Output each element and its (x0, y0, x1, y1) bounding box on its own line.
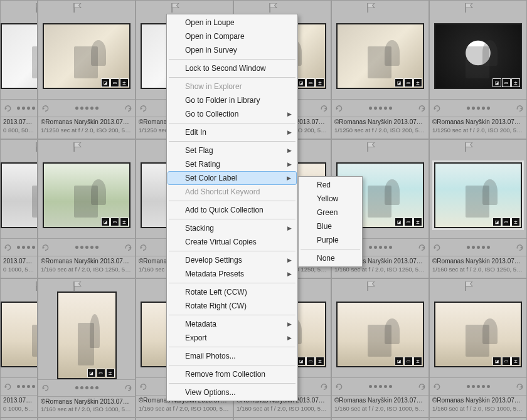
context-menu[interactable]: Open in LoupeOpen in CompareOpen in Surv… (166, 14, 298, 401)
menu-item[interactable]: Stacking▶ (168, 221, 297, 235)
grid-cell[interactable] (38, 417, 136, 420)
thumbnail-image[interactable]: ◪▭± (1, 162, 38, 228)
flag-icon[interactable] (465, 3, 473, 13)
rotate-right-icon[interactable] (515, 104, 524, 113)
flag-icon[interactable] (367, 142, 375, 152)
thumbnail-image[interactable]: ◪▭± (434, 302, 522, 367)
flag-icon[interactable] (465, 281, 473, 291)
menu-item[interactable]: Set Color Label▶ (168, 171, 297, 185)
menu-item[interactable]: Rotate Right (CW) (168, 299, 297, 313)
rating-dots[interactable] (17, 246, 38, 249)
flag-icon[interactable] (367, 281, 375, 291)
rotate-right-icon[interactable] (124, 243, 132, 252)
grid-cell[interactable]: ◪▭±©Romanas Naryškin 2013.07…1/1250 sec … (38, 0, 136, 139)
rotate-left-icon[interactable] (432, 104, 441, 113)
menu-item[interactable]: Edit In▶ (168, 125, 297, 139)
rotate-left-icon[interactable] (432, 382, 441, 391)
menu-item[interactable]: Set Rating▶ (168, 157, 297, 171)
rotate-left-icon[interactable] (139, 104, 147, 113)
rotate-left-icon[interactable] (41, 243, 50, 252)
grid-cell[interactable]: ◪▭±2013.07…0 1000, 50 ... (0, 278, 38, 417)
grid-cell[interactable] (0, 417, 38, 420)
grid-cell[interactable]: ◪▭±©Romanas Naryškin 2013.07…1/160 sec a… (429, 278, 527, 417)
grid-cell[interactable] (429, 417, 527, 420)
thumbnail-image[interactable]: ◪▭± (336, 23, 424, 89)
rotate-right-icon[interactable] (124, 384, 132, 392)
rotate-right-icon[interactable] (515, 243, 524, 252)
grid-cell[interactable]: ◪▭±©Romanas Naryškin 2013.07…1/1250 sec … (429, 0, 527, 139)
grid-cell[interactable] (331, 417, 429, 420)
rotate-right-icon[interactable] (417, 382, 426, 391)
flag-icon[interactable] (269, 3, 277, 13)
color-label-submenu[interactable]: RedYellowGreenBluePurpleNone (298, 176, 363, 267)
rotate-left-icon[interactable] (41, 384, 50, 392)
rotate-right-icon[interactable] (515, 382, 524, 391)
menu-item[interactable]: Metadata Presets▶ (168, 267, 297, 281)
thumbnail-image[interactable]: ◪▭± (57, 291, 117, 379)
menu-item[interactable]: Go to Folder in Library (168, 93, 297, 107)
flag-icon[interactable] (73, 281, 82, 291)
grid-cell[interactable]: ◪▭±2013.07…0 1000, 50 ... (0, 139, 38, 278)
rotate-left-icon[interactable] (139, 382, 147, 391)
rating-dots[interactable] (55, 386, 119, 389)
submenu-item[interactable]: Purple (299, 233, 361, 247)
rotate-left-icon[interactable] (334, 104, 343, 113)
submenu-item[interactable]: None (299, 251, 361, 265)
grid-cell[interactable]: ◪▭±©Romanas Naryškin 2013.07…1/160 sec a… (38, 139, 136, 278)
menu-item[interactable]: Lock to Second Window (168, 61, 297, 75)
menu-item[interactable]: Rotate Left (CCW) (168, 285, 297, 299)
menu-item[interactable]: Email Photos... (168, 349, 297, 363)
rating-dots[interactable] (446, 385, 510, 388)
rotate-right-icon[interactable] (417, 243, 426, 252)
rating-dots[interactable] (446, 246, 510, 249)
flag-icon[interactable] (465, 142, 473, 152)
rotate-left-icon[interactable] (3, 104, 12, 113)
rotate-right-icon[interactable] (417, 104, 426, 113)
menu-item[interactable]: Create Virtual Copies (168, 235, 297, 249)
rating-dots[interactable] (17, 107, 38, 110)
rotate-right-icon[interactable] (319, 104, 328, 113)
rotate-left-icon[interactable] (334, 382, 343, 391)
rating-dots[interactable] (55, 107, 119, 110)
rating-dots[interactable] (446, 107, 510, 110)
thumbnail-image[interactable]: ◪▭± (336, 302, 424, 367)
menu-item[interactable]: Set Flag▶ (168, 144, 297, 157)
grid-cell[interactable] (233, 417, 331, 420)
thumbnail-image[interactable]: ◪▭± (434, 23, 522, 89)
rotate-right-icon[interactable] (319, 382, 328, 391)
grid-cell[interactable]: ◪▭±©Romanas Naryškin 2013.07…1/160 sec a… (38, 278, 136, 417)
rotate-left-icon[interactable] (139, 243, 147, 252)
menu-item[interactable]: Open in Compare (168, 29, 297, 43)
thumbnail-image[interactable]: ◪▭± (434, 162, 522, 228)
rotate-left-icon[interactable] (3, 382, 12, 391)
submenu-item[interactable]: Blue (299, 219, 361, 233)
menu-item[interactable]: Add to Quick Collection (168, 203, 297, 217)
grid-cell[interactable]: ◪▭±©Romanas Naryškin 2013.07…1/160 sec a… (429, 139, 527, 278)
thumbnail-image[interactable]: ◪▭± (1, 302, 38, 367)
flag-icon[interactable] (73, 142, 82, 152)
menu-item[interactable]: Go to Collection▶ (168, 107, 297, 121)
menu-item[interactable]: Open in Survey (168, 43, 297, 57)
menu-item[interactable]: Export▶ (168, 331, 297, 345)
grid-cell[interactable]: ◪▭±©Romanas Naryškin 2013.07…1/1250 sec … (331, 0, 429, 139)
menu-item[interactable]: Open in Loupe (168, 16, 297, 29)
flag-icon[interactable] (171, 3, 179, 13)
submenu-item[interactable]: Green (299, 206, 361, 219)
menu-item[interactable]: Metadata▶ (168, 317, 297, 331)
thumbnail-image[interactable]: ◪▭± (1, 23, 38, 89)
rotate-left-icon[interactable] (41, 104, 50, 113)
menu-item[interactable]: Develop Settings▶ (168, 253, 297, 267)
thumbnail-image[interactable]: ◪▭± (43, 162, 130, 228)
grid-cell[interactable]: ◪▭±2013.07…0 800, 50 ... (0, 0, 38, 139)
thumbnail-image[interactable]: ◪▭± (43, 23, 130, 89)
rating-dots[interactable] (55, 246, 119, 249)
rotate-right-icon[interactable] (124, 104, 132, 113)
rotate-left-icon[interactable] (432, 243, 441, 252)
flag-icon[interactable] (73, 3, 82, 13)
submenu-item[interactable]: Red (299, 178, 361, 192)
rotate-left-icon[interactable] (3, 243, 12, 252)
flag-icon[interactable] (367, 3, 375, 13)
rating-dots[interactable] (348, 385, 412, 388)
grid-cell[interactable] (136, 417, 233, 420)
menu-item[interactable]: View Options... (168, 386, 297, 399)
